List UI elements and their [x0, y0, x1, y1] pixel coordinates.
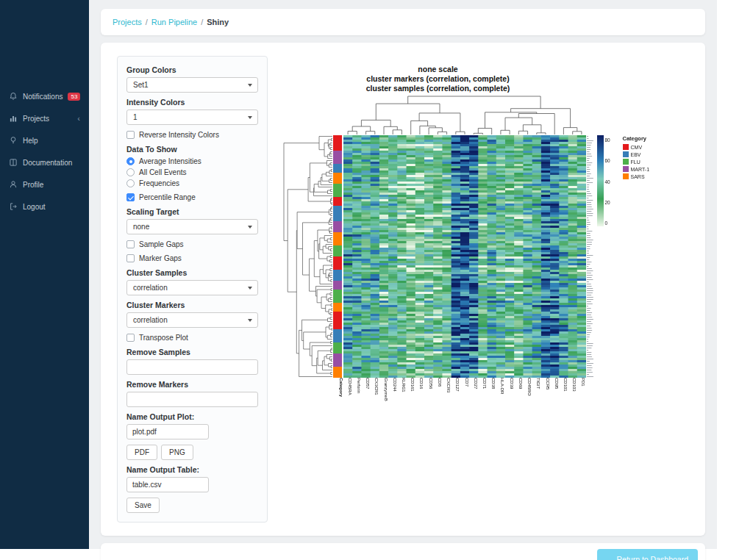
cluster-samples-select[interactable]: correlation — [126, 280, 258, 295]
plot-title-line: cluster markers (correlation, complete) — [282, 74, 595, 84]
chevron-left-icon: ‹ — [77, 114, 80, 123]
marker-gaps-checkbox[interactable]: Marker Gaps — [126, 254, 258, 262]
name-output-table-label: Name Output Table: — [126, 465, 258, 475]
sidebar-item-projects[interactable]: Projects ‹ — [0, 107, 89, 129]
group-colors-value: Set1 — [133, 81, 149, 89]
column-label: KLRG1 — [397, 378, 406, 419]
breadcrumb-separator: / — [146, 18, 148, 26]
column-label: GranzymeB — [379, 378, 388, 419]
remove-markers-input[interactable] — [126, 392, 258, 407]
intensity-colors-label: Intensity Colors — [126, 98, 258, 107]
column-label: CD161 — [406, 378, 415, 419]
column-label: Category — [333, 378, 343, 419]
chevron-down-icon — [248, 84, 252, 87]
column-label: HLA-DR — [496, 378, 504, 419]
intensity-colors-select[interactable]: 1 — [126, 110, 258, 125]
sidebar-item-logout[interactable]: Logout — [0, 195, 89, 218]
legend-label: FLU — [631, 159, 640, 165]
legend-swatch — [623, 151, 629, 157]
column-label: CXCR3 — [442, 378, 451, 419]
column-label: TIGIT — [532, 378, 540, 419]
column-label: CD103 — [568, 378, 577, 419]
left-dendrogram — [282, 135, 332, 378]
png-button[interactable]: PNG — [161, 445, 193, 460]
cluster-samples-value: correlation — [133, 284, 168, 292]
remove-samples-label: Remove Samples — [126, 348, 258, 357]
sidebar-item-label: Profile — [23, 181, 43, 189]
sample-gaps-checkbox[interactable]: Sample Gaps — [126, 240, 258, 248]
legend-label: SARS — [631, 174, 645, 179]
figure-wrap: none scale cluster markers (correlation,… — [268, 56, 689, 523]
checkbox-icon — [126, 254, 135, 262]
legend-label: MART-1 — [631, 167, 650, 172]
sidebar-item-label: Documentation — [23, 159, 72, 167]
radio-all-cell-events[interactable]: All Cell Events — [126, 168, 258, 176]
radio-average-intensities[interactable]: Average Intensities — [126, 157, 258, 165]
transpose-plot-checkbox[interactable]: Transpose Plot — [126, 334, 258, 342]
name-output-plot-label: Name Output Plot: — [126, 412, 258, 422]
save-button[interactable]: Save — [126, 498, 160, 513]
logout-icon — [9, 202, 18, 211]
radio-label: Frequencies — [139, 179, 179, 187]
return-to-dashboard-button[interactable]: ← Return to Dashboard — [597, 549, 698, 560]
checkbox-label: Transpose Plot — [139, 334, 188, 342]
scaling-target-select[interactable]: none — [126, 219, 258, 234]
reverse-intensity-checkbox[interactable]: Reverse Intensity Colors — [126, 131, 258, 139]
remove-markers-label: Remove Markers — [126, 380, 258, 390]
plot-title: none scale cluster markers (correlation,… — [282, 63, 595, 94]
remove-samples-input[interactable] — [126, 359, 258, 375]
column-label: CX3CR1 — [370, 378, 379, 419]
sidebar-item-help[interactable]: Help — [0, 129, 89, 151]
column-labels: CategoryCD45RAPerforinCD57CX3CR1Granzyme… — [333, 378, 595, 419]
pdf-button[interactable]: PDF — [126, 445, 157, 460]
sidebar-item-notifications[interactable]: Notifications 53 — [0, 85, 89, 107]
legend-title: Category — [623, 135, 676, 142]
top-dendrogram — [343, 95, 586, 134]
radio-label: Average Intensities — [139, 157, 201, 165]
column-label: CD57 — [361, 378, 370, 419]
sidebar-item-documentation[interactable]: Documentation — [0, 151, 89, 173]
column-label: CD16 — [415, 378, 424, 419]
column-label: CD7 — [460, 378, 468, 419]
percentile-range-checkbox[interactable]: Percentile Range — [126, 193, 258, 201]
legend-label: CMV — [631, 145, 643, 150]
scale-tick: 60 — [605, 158, 610, 163]
group-colors-label: Group Colors — [126, 65, 258, 75]
column-label: CCR5 — [540, 378, 549, 419]
legend-row: MART-1 — [623, 166, 676, 172]
sidebar-item-label: Logout — [23, 203, 46, 211]
breadcrumb-run-pipeline[interactable]: Run Pipeline — [151, 18, 197, 26]
scale-tick: 40 — [605, 179, 610, 184]
checkbox-icon — [126, 334, 135, 342]
column-label: Perforin — [352, 378, 361, 419]
checkbox-label: Percentile Range — [139, 193, 196, 201]
help-icon — [9, 136, 18, 145]
radio-frequencies[interactable]: Frequencies — [126, 179, 258, 187]
table-filename-input[interactable] — [126, 477, 209, 492]
sidebar-item-profile[interactable]: Profile — [0, 173, 89, 195]
column-label: CD127 — [451, 378, 460, 419]
column-label: CD45RO — [523, 378, 532, 419]
column-label: CD45RA — [343, 378, 352, 419]
chevron-down-icon — [248, 226, 252, 229]
cluster-markers-select[interactable]: correlation — [126, 312, 258, 328]
sidebar-item-label: Projects — [23, 115, 49, 123]
group-colors-select[interactable]: Set1 — [126, 77, 258, 93]
column-label: CD39 — [504, 378, 513, 419]
radio-icon — [126, 179, 135, 187]
category-legend: Category CMV EBV FLU — [621, 135, 676, 378]
scale-tick: 80 — [605, 137, 610, 143]
checkbox-icon — [126, 131, 135, 139]
checkbox-icon — [126, 193, 135, 201]
intensity-scale: 80 60 40 20 0 — [595, 135, 621, 378]
sidebar-item-label: Notifications — [23, 93, 63, 101]
column-label: CD71 — [478, 378, 487, 419]
book-icon — [9, 158, 18, 167]
legend-row: FLU — [623, 159, 676, 165]
legend-swatch — [623, 166, 629, 172]
bar-chart-icon — [9, 114, 18, 123]
scale-tick: 0 — [605, 220, 610, 226]
breadcrumb-projects[interactable]: Projects — [113, 18, 142, 26]
plot-filename-input[interactable] — [126, 424, 209, 439]
legend-swatch — [623, 159, 629, 165]
